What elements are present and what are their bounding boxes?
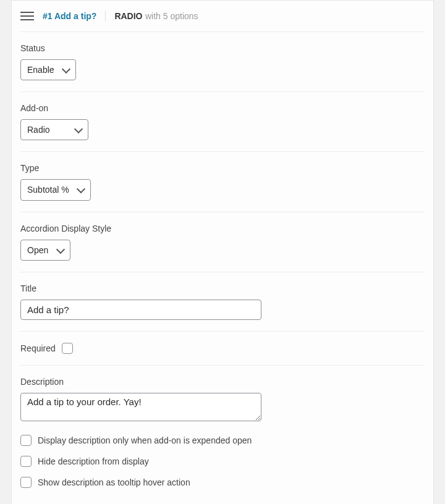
accordion-select[interactable]: Open — [20, 240, 70, 261]
display-expanded-checkbox[interactable] — [20, 435, 32, 446]
addon-type-field-label: Add-on — [20, 103, 425, 113]
required-label: Required — [20, 343, 56, 353]
title-input[interactable] — [20, 300, 261, 320]
tooltip-hover-label[interactable]: Show description as tooltip hover action — [38, 477, 190, 487]
drag-handle-icon[interactable] — [20, 10, 34, 22]
addon-type-label: RADIO — [114, 11, 142, 21]
type-select-wrap: Subtotal % — [20, 179, 91, 200]
display-expanded-label[interactable]: Display description only when add-on is … — [38, 435, 252, 445]
type-select[interactable]: Subtotal % — [20, 179, 91, 200]
description-textarea[interactable]: Add a tip to your order. Yay! — [20, 393, 261, 421]
tooltip-hover-checkbox[interactable] — [20, 477, 32, 488]
title-section: Title — [20, 272, 425, 332]
panel-header: #1 Add a tip? RADIO with 5 options — [20, 1, 425, 32]
status-select-wrap: Enable — [20, 59, 76, 80]
required-section: Required — [20, 332, 425, 366]
hide-description-checkbox[interactable] — [20, 456, 32, 467]
description-section: Description Add a tip to your order. Yay… — [20, 366, 425, 504]
accordion-label: Accordion Display Style — [20, 224, 425, 233]
status-label: Status — [20, 43, 425, 53]
option-display-expanded: Display description only when add-on is … — [20, 430, 425, 451]
addon-select[interactable]: Radio — [20, 119, 88, 140]
option-hide-description: Hide description from display — [20, 451, 425, 472]
addon-config-panel: #1 Add a tip? RADIO with 5 options Statu… — [11, 0, 434, 504]
header-divider — [105, 10, 106, 22]
type-label: Type — [20, 163, 425, 173]
required-checkbox[interactable] — [62, 343, 73, 354]
hide-description-label[interactable]: Hide description from display — [38, 456, 149, 466]
status-select[interactable]: Enable — [20, 59, 76, 80]
description-label: Description — [20, 377, 425, 387]
addon-section: Add-on Radio — [20, 92, 425, 152]
addon-options-count: with 5 options — [145, 11, 198, 21]
addon-type-summary: RADIO with 5 options — [114, 10, 198, 22]
status-section: Status Enable — [20, 32, 425, 92]
addon-select-wrap: Radio — [20, 119, 88, 140]
addon-title-link[interactable]: #1 Add a tip? — [43, 11, 96, 21]
title-label: Title — [20, 284, 425, 293]
type-section: Type Subtotal % — [20, 152, 425, 212]
accordion-section: Accordion Display Style Open — [20, 212, 425, 272]
accordion-select-wrap: Open — [20, 240, 70, 261]
option-tooltip-hover: Show description as tooltip hover action — [20, 472, 425, 493]
